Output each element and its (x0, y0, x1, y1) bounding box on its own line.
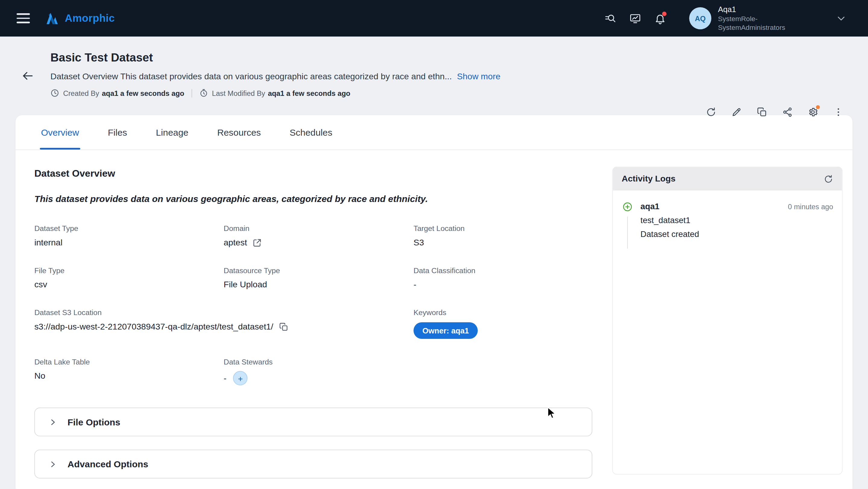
collapse-label: Advanced Options (67, 459, 148, 469)
back-button[interactable] (20, 69, 35, 84)
tab-lineage[interactable]: Lineage (156, 115, 188, 150)
tab-files[interactable]: Files (108, 115, 127, 150)
collapse-label: File Options (67, 417, 120, 427)
amorphic-logo-icon (45, 11, 61, 25)
show-more-link[interactable]: Show more (457, 71, 500, 81)
copy-icon[interactable] (279, 322, 288, 331)
field-value: - (413, 280, 592, 290)
field-s3-location: Dataset S3 Location s3://adp-us-west-2-2… (34, 308, 413, 339)
settings-gear-badge-icon[interactable] (808, 107, 818, 117)
plus-circle-icon (622, 202, 632, 212)
page-title: Basic Test Dataset (50, 51, 500, 64)
field-value: - + (224, 371, 413, 386)
log-action: Dataset created (641, 229, 833, 239)
field-value: csv (34, 280, 224, 290)
tab-schedules[interactable]: Schedules (290, 115, 333, 150)
log-timeline (622, 202, 633, 249)
log-user: aqa1 (641, 202, 659, 211)
field-label: Datasource Type (224, 266, 413, 275)
advanced-options-section[interactable]: Advanced Options (34, 450, 592, 479)
notifications-bell-icon[interactable] (654, 12, 666, 24)
activity-logs-header: Activity Logs (613, 167, 842, 190)
tab-resources[interactable]: Resources (217, 115, 261, 150)
settings-badge-dot (816, 105, 820, 109)
field-dataset-type: Dataset Type internal (34, 224, 224, 247)
created-by-label: Created By (63, 89, 99, 97)
field-label: File Type (34, 266, 224, 275)
created-by-value: aqa1 a few seconds ago (102, 89, 184, 97)
field-value: Owner: aqa1 (413, 322, 592, 339)
brand-logo[interactable]: Amorphic (45, 11, 115, 25)
field-keywords: Keywords Owner: aqa1 (413, 308, 592, 339)
field-label: Dataset S3 Location (34, 308, 413, 317)
field-label: Dataset Type (34, 224, 224, 233)
tab-content: Dataset Overview This dataset provides d… (16, 150, 852, 489)
dataset-card: Overview Files Lineage Resources Schedul… (16, 115, 852, 489)
external-link-icon[interactable] (253, 238, 262, 247)
field-data-stewards: Data Stewards - + (224, 358, 413, 386)
chevron-down-icon[interactable] (835, 12, 847, 24)
s3-location-value: s3://adp-us-west-2-212070389437-qa-dlz/a… (34, 322, 273, 332)
search-icon[interactable] (604, 12, 616, 24)
field-empty (413, 358, 592, 386)
timeline-line (627, 216, 627, 249)
field-label: Data Classification (413, 266, 592, 275)
tab-overview[interactable]: Overview (41, 115, 79, 150)
chevron-right-icon (49, 460, 56, 467)
monitor-chart-icon[interactable] (629, 12, 641, 24)
log-object: test_dataset1 (641, 215, 833, 224)
log-time: 0 minutes ago (788, 203, 833, 211)
duplicate-icon[interactable] (757, 107, 767, 117)
keyword-badge: Owner: aqa1 (413, 322, 478, 339)
avatar[interactable]: AQ (689, 7, 711, 29)
modified-by-value: aqa1 a few seconds ago (268, 89, 350, 97)
field-label: Data Stewards (224, 358, 413, 366)
brand-name: Amorphic (65, 12, 115, 24)
overview-section: Dataset Overview This dataset provides d… (34, 163, 592, 489)
field-delta-lake-table: Delta Lake Table No (34, 358, 224, 386)
field-value: internal (34, 238, 224, 247)
field-data-classification: Data Classification - (413, 266, 592, 289)
fields-grid: Dataset Type internal Domain aptest (34, 224, 592, 385)
created-clock-icon (50, 89, 59, 97)
add-steward-button[interactable]: + (233, 371, 248, 386)
user-info: Aqa1 SystemRole-SystemAdministrators (718, 4, 807, 32)
activity-refresh-icon[interactable] (824, 174, 833, 184)
file-options-section[interactable]: File Options (34, 407, 592, 436)
page-meta: Created By aqa1 a few seconds ago Last M… (50, 89, 500, 97)
stewards-value: - (224, 373, 226, 383)
edit-pencil-icon[interactable] (731, 107, 742, 117)
user-name: Aqa1 (718, 4, 807, 14)
share-icon[interactable] (782, 107, 793, 117)
user-role: SystemRole-SystemAdministrators (718, 14, 807, 32)
field-label: Keywords (413, 308, 592, 317)
tab-bar: Overview Files Lineage Resources Schedul… (16, 115, 852, 150)
field-value: S3 (413, 238, 592, 247)
chevron-right-icon (49, 419, 56, 426)
log-content: aqa1 0 minutes ago test_dataset1 Dataset… (641, 202, 833, 249)
field-value: aptest (224, 238, 413, 247)
domain-value: aptest (224, 238, 247, 247)
field-value: File Upload (224, 280, 413, 290)
dataset-description: This dataset provides data on various ge… (34, 194, 592, 205)
field-label: Delta Lake Table (34, 358, 224, 366)
app-root: Amorphic AQ Aqa1 SystemRole-SystemAdmini… (0, 0, 868, 489)
header-actions (706, 107, 844, 117)
field-value: No (34, 371, 224, 381)
field-target-location: Target Location S3 (413, 224, 592, 247)
field-label: Domain (224, 224, 413, 233)
topbar-right: AQ Aqa1 SystemRole-SystemAdministrators (598, 4, 854, 32)
menu-icon[interactable] (17, 13, 31, 23)
modified-by-label: Last Modified By (212, 89, 265, 97)
notification-badge-dot (662, 11, 667, 16)
section-title: Dataset Overview (34, 168, 592, 180)
page-description: Dataset Overview This dataset provides d… (50, 71, 452, 81)
page-description-row: Dataset Overview This dataset provides d… (50, 71, 500, 82)
collapsible-sections: File Options Advanced Options AI Options (34, 407, 592, 489)
log-entry: aqa1 0 minutes ago test_dataset1 Dataset… (622, 202, 833, 249)
refresh-icon[interactable] (706, 107, 716, 117)
meta-divider (191, 89, 192, 97)
more-options-kebab-icon[interactable] (833, 107, 844, 117)
field-domain: Domain aptest (224, 224, 413, 247)
field-file-type: File Type csv (34, 266, 224, 289)
